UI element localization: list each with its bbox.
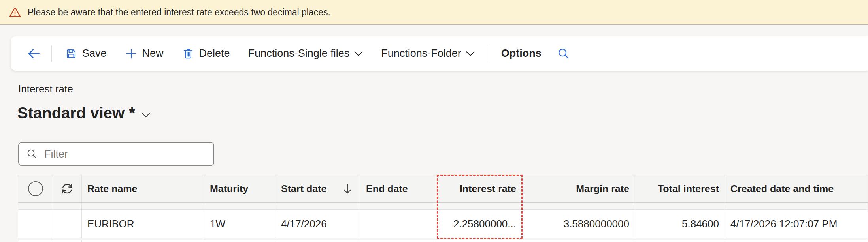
trash-icon [182,47,194,60]
view-selector-chevron-icon[interactable] [141,112,151,118]
warning-icon [9,6,21,19]
grid-spacer-row [18,203,868,210]
column-header-margin-rate[interactable]: Margin rate [522,175,635,202]
options-button[interactable]: Options [492,36,551,71]
cell-interest-rate[interactable]: 2.25800000... [436,210,522,238]
filter-input[interactable] [43,148,206,161]
cell-total-interest[interactable]: 5.84600 [635,210,725,238]
refresh-icon [59,181,75,197]
search-button[interactable] [551,36,577,71]
save-icon [65,47,77,60]
interest-rate-grid: Rate name Maturity Start date End date I… [18,175,868,242]
row-gutter-cell [53,210,82,238]
warning-message: Please be aware that the entered interes… [28,7,330,18]
cell-rate-name[interactable]: EURIBOR [82,210,204,238]
new-label: New [142,47,164,60]
cell-margin-rate[interactable]: 3.5880000000 [522,210,635,238]
cell-created[interactable]: 4/17/2026 12:07:07 PM [725,210,868,238]
sort-descending-icon [343,183,352,195]
column-header-maturity[interactable]: Maturity [204,175,275,202]
column-header-interest-rate[interactable]: Interest rate [436,175,522,202]
page-title: Standard view * [17,102,868,124]
column-header-total-interest[interactable]: Total interest [635,175,725,202]
grid-next-row-partial [18,240,868,242]
save-label: Save [82,47,107,60]
view-title-text: Standard view * [17,102,135,124]
column-header-rate-name[interactable]: Rate name [82,175,204,202]
refresh-cell[interactable] [53,175,82,202]
functions-single-files-menu[interactable]: Functions-Single files [239,36,372,71]
search-icon [557,47,570,60]
functions-folder-menu[interactable]: Functions-Folder [372,36,484,71]
column-header-end-date[interactable]: End date [360,175,436,202]
filter-search-icon [26,148,38,160]
column-header-start-date[interactable]: Start date [275,175,360,202]
grid-data-row[interactable]: EURIBOR 1W 4/17/2026 2.25800000... 3.588… [18,210,868,238]
warning-banner: Please be aware that the entered interes… [0,0,868,25]
arrow-left-icon [27,47,41,61]
cell-start-date[interactable]: 4/17/2026 [275,210,360,238]
toolbar-divider [488,45,488,62]
select-all-cell[interactable] [18,175,53,202]
cell-maturity[interactable]: 1W [204,210,275,238]
select-all-checkbox[interactable] [28,181,43,196]
toolbar-divider [51,45,52,62]
chevron-down-icon [466,51,475,56]
plus-icon [125,47,138,60]
back-button[interactable] [21,36,47,71]
page-caption: Interest rate [18,83,868,95]
options-label: Options [501,47,542,60]
cell-end-date[interactable] [360,210,436,238]
chevron-down-icon [354,51,363,56]
delete-button[interactable]: Delete [173,36,239,71]
functions-folder-label: Functions-Folder [381,47,461,60]
grid-header-row: Rate name Maturity Start date End date I… [18,175,868,203]
column-header-created[interactable]: Created date and time [725,175,868,202]
start-date-label: Start date [281,183,326,195]
row-select-cell[interactable] [18,210,53,238]
delete-label: Delete [199,47,230,60]
new-button[interactable]: New [116,36,173,71]
filter-field[interactable] [18,142,214,166]
command-bar: Save New Delete Functions-Single files F [11,36,868,71]
save-button[interactable]: Save [56,36,116,71]
functions-single-files-label: Functions-Single files [248,47,350,60]
